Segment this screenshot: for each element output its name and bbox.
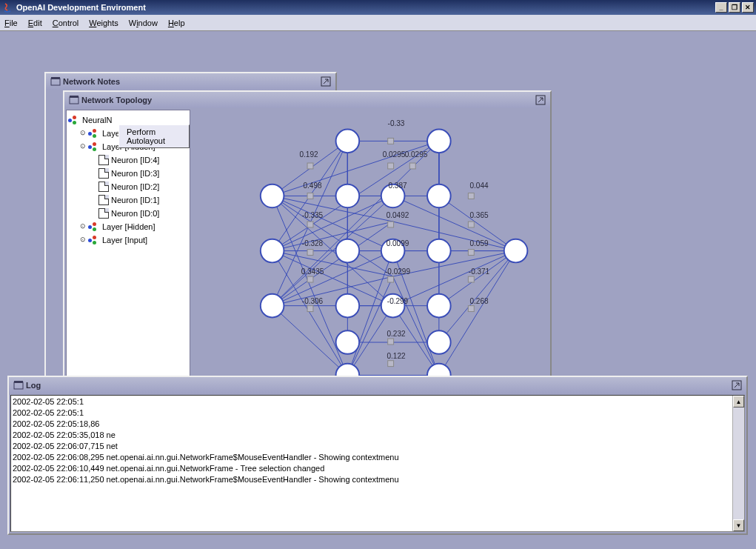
expander-icon[interactable]: ⊙ <box>78 236 87 244</box>
tree-neuron[interactable]: Neuron [ID:1] <box>68 193 188 207</box>
tree-neuron[interactable]: Neuron [ID:2] <box>68 180 188 193</box>
scroll-down-icon[interactable]: ▼ <box>733 519 744 531</box>
svg-point-83 <box>261 184 284 208</box>
tree-layer-input[interactable]: ⊙Layer [Input] <box>68 233 188 247</box>
svg-rect-60 <box>388 138 394 144</box>
network-topology-window[interactable]: Network Topology NeuralN ⊙Layer [Output]… <box>63 90 552 383</box>
tree-neuron[interactable]: Neuron [ID:3] <box>68 167 188 180</box>
svg-rect-72 <box>468 250 474 256</box>
minimize-button[interactable]: _ <box>715 2 727 13</box>
svg-rect-67 <box>307 222 313 227</box>
svg-rect-68 <box>388 222 394 227</box>
java-icon <box>2 2 13 13</box>
network-tree[interactable]: NeuralN ⊙Layer [Output] ⊙Layer [Hidden] … <box>66 110 190 399</box>
svg-rect-100 <box>14 382 23 389</box>
svg-point-88 <box>336 239 360 263</box>
svg-point-96 <box>336 330 360 354</box>
svg-rect-80 <box>388 361 394 367</box>
svg-rect-74 <box>388 276 394 282</box>
neuron-icon <box>98 208 109 219</box>
tree-layer-hidden-2[interactable]: ⊙Layer [Hidden] <box>68 220 188 233</box>
network-notes-title: Network Notes <box>63 77 120 86</box>
context-menu-autolayout[interactable]: Perform Autolayout <box>118 124 190 148</box>
frame-icon <box>50 76 61 87</box>
menu-control[interactable]: Control <box>53 19 78 27</box>
svg-rect-61 <box>307 163 313 169</box>
log-line: 2002-02-05 22:06:07,715 net <box>13 441 731 452</box>
app-title: OpenAI Development Enviroment <box>16 3 146 12</box>
maximize-icon[interactable] <box>535 95 546 105</box>
menu-weights[interactable]: Weights <box>89 19 118 27</box>
svg-point-93 <box>336 294 360 318</box>
log-window[interactable]: Log 2002-02-05 22:05:1 2002-02-05 22:05:… <box>7 376 748 535</box>
svg-point-90 <box>427 239 451 263</box>
log-line: 2002-02-05 22:06:11,250 net.openai.ai.nn… <box>13 474 731 485</box>
scroll-up-icon[interactable]: ▲ <box>733 396 744 407</box>
svg-rect-69 <box>468 222 474 227</box>
workspace: Network Notes Network Topology NeuralN ⊙… <box>0 31 756 549</box>
svg-line-53 <box>439 251 516 376</box>
svg-rect-101 <box>14 381 23 383</box>
svg-rect-75 <box>468 276 474 282</box>
expander-icon[interactable]: ⊙ <box>78 130 87 138</box>
svg-point-97 <box>427 330 451 354</box>
network-icon <box>68 116 80 124</box>
topology-graph <box>190 110 549 399</box>
log-line: 2002-02-05 22:05:1 <box>13 407 731 419</box>
menu-window[interactable]: Window <box>129 19 158 27</box>
log-titlebar[interactable]: Log <box>9 377 746 393</box>
neuron-icon <box>98 155 109 165</box>
svg-point-89 <box>381 239 405 263</box>
svg-point-84 <box>336 184 360 208</box>
log-line: 2002-02-05 22:05:35,018 ne <box>13 430 731 441</box>
svg-line-55 <box>347 276 392 375</box>
svg-rect-79 <box>388 339 394 345</box>
tree-neuron[interactable]: Neuron [ID:0] <box>68 207 188 220</box>
layer-icon <box>88 129 100 138</box>
svg-line-41 <box>439 196 516 250</box>
log-text[interactable]: 2002-02-05 22:05:1 2002-02-05 22:05:1 20… <box>11 396 732 531</box>
log-line: 2002-02-05 22:05:18,86 <box>13 419 731 430</box>
maximize-icon[interactable] <box>732 380 742 390</box>
layer-icon <box>88 222 100 231</box>
svg-rect-62 <box>388 163 394 169</box>
svg-rect-0 <box>51 79 60 85</box>
svg-point-86 <box>427 184 451 208</box>
svg-point-92 <box>261 294 284 318</box>
svg-rect-64 <box>307 193 313 199</box>
layer-icon <box>88 142 100 151</box>
network-topology-titlebar[interactable]: Network Topology <box>64 92 550 108</box>
svg-line-37 <box>393 222 516 251</box>
menu-help[interactable]: Help <box>168 19 185 27</box>
network-notes-titlebar[interactable]: Network Notes <box>46 73 335 90</box>
log-line: 2002-02-05 22:06:10,449 net.openai.ai.nn… <box>13 463 731 474</box>
svg-point-91 <box>504 239 528 263</box>
maximize-icon[interactable] <box>321 76 331 87</box>
restore-button[interactable]: ❐ <box>729 2 740 13</box>
tree-neuron[interactable]: Neuron [ID:4] <box>68 153 188 167</box>
expander-icon[interactable]: ⊙ <box>78 143 87 151</box>
svg-line-32 <box>272 222 393 306</box>
svg-point-82 <box>427 130 451 153</box>
svg-rect-70 <box>307 250 313 256</box>
svg-line-36 <box>393 196 516 250</box>
close-button[interactable]: ✕ <box>742 2 754 13</box>
expander-icon[interactable]: ⊙ <box>78 223 87 231</box>
svg-point-85 <box>381 184 405 208</box>
menu-file[interactable]: File <box>4 19 18 27</box>
svg-point-81 <box>336 130 360 153</box>
svg-line-40 <box>393 251 516 306</box>
svg-rect-78 <box>468 306 474 312</box>
svg-line-51 <box>272 251 348 376</box>
svg-point-87 <box>261 239 284 263</box>
svg-rect-66 <box>468 193 474 199</box>
log-scrollbar[interactable]: ▲ ▼ <box>732 396 744 531</box>
svg-rect-73 <box>307 276 313 282</box>
topology-canvas[interactable]: -0.33 0.192 0.0295 0.0295 0.498 0.387 0.… <box>190 110 549 399</box>
frame-icon <box>13 380 24 390</box>
svg-point-95 <box>427 294 451 318</box>
menu-edit[interactable]: Edit <box>28 19 42 27</box>
app-titlebar: OpenAI Development Enviroment _ ❐ ✕ <box>0 0 756 15</box>
menubar: File Edit Control Weights Window Help <box>0 15 756 31</box>
neuron-icon <box>98 182 109 192</box>
